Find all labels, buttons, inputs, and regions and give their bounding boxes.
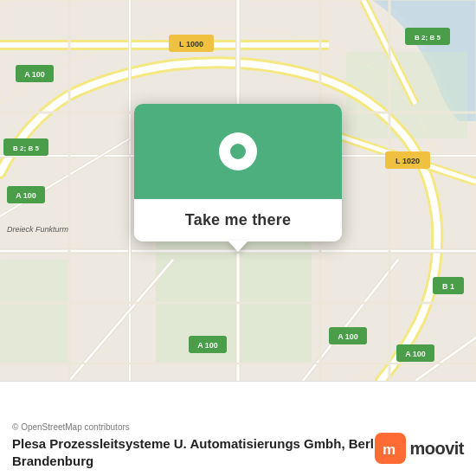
popup-map-preview (134, 104, 342, 199)
moovit-icon: m (375, 433, 406, 464)
svg-text:B 2; B 5: B 2; B 5 (13, 145, 39, 152)
svg-text:A 100: A 100 (197, 341, 218, 350)
moovit-logo: m moovit (375, 433, 464, 464)
svg-text:A 100: A 100 (338, 332, 358, 341)
map-container: A 100 A 100 A 100 A 100 A 100 L 1000 L 1… (0, 0, 476, 381)
svg-text:L 1020: L 1020 (396, 157, 420, 165)
location-popup: Take me there (134, 104, 342, 241)
svg-rect-1 (0, 260, 69, 363)
svg-text:m: m (383, 441, 396, 458)
svg-text:A 100: A 100 (16, 191, 36, 200)
svg-text:B 2; B 5: B 2; B 5 (415, 34, 441, 42)
svg-text:Dreieck Funkturm: Dreieck Funkturm (7, 225, 69, 234)
info-bar: © OpenStreetMap contributors Plesa Proze… (0, 381, 476, 476)
moovit-brand-text: moovit (409, 439, 464, 459)
svg-text:A 100: A 100 (405, 350, 426, 358)
svg-text:B 1: B 1 (442, 282, 454, 291)
svg-text:L 1000: L 1000 (179, 40, 203, 48)
take-me-there-button[interactable]: Take me there (134, 199, 342, 241)
svg-text:A 100: A 100 (24, 70, 45, 79)
attribution-text: © OpenStreetMap contributors (12, 422, 464, 432)
location-pin-inner (230, 144, 246, 159)
location-pin-outer (219, 132, 257, 170)
